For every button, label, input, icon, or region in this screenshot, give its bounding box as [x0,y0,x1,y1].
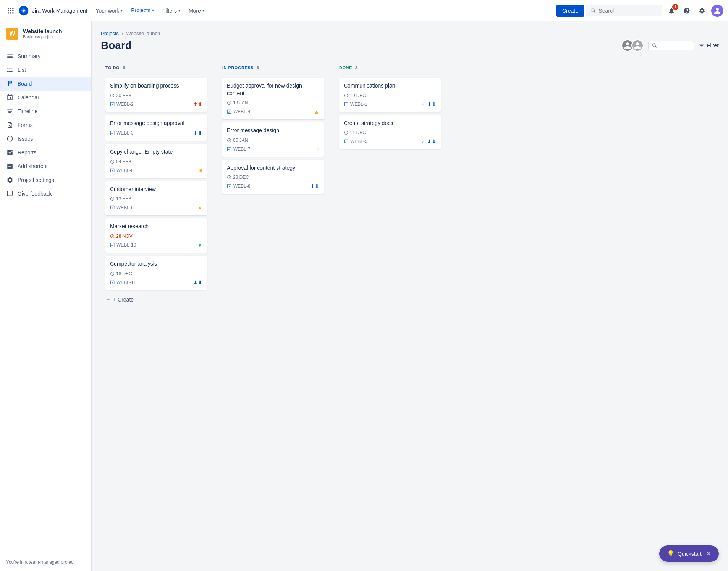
card-footer: ☑ WEBL-11 ⬇⬇ [110,279,202,286]
card-webl-8[interactable]: Approval for content strategy 23 DEC ☑ W… [222,160,324,194]
card-title: Budget approval for new design content [227,82,319,97]
check-icon: ☑ [110,130,115,136]
user-avatar[interactable] [711,5,723,17]
sidebar-item-forms[interactable]: Forms [0,118,91,132]
priority-medium-icon: ≡ [199,167,202,174]
calendar-icon [6,94,14,101]
search-input[interactable] [599,8,657,14]
card-webl-6[interactable]: Copy change: Empty state 04 FEB ☑ WEBL-6… [105,144,207,178]
sidebar-item-summary[interactable]: Summary [0,49,91,63]
create-issue-button[interactable]: ＋ + Create [105,293,207,306]
card-webl-10[interactable]: Market research 28 NOV ☑ WEBL-10 ▼ [105,218,207,253]
card-date: 20 FEB [110,93,202,98]
done-check-icon: ✓ [421,138,425,144]
user-avatar-2[interactable] [631,39,644,52]
help-icon [683,7,690,14]
card-footer: ☑ WEBL-4 ▲ [227,109,319,115]
priority-high-icon: ⬆⬆ [193,101,202,107]
nav-filters[interactable]: Filters ▾ [159,5,184,16]
card-footer: ☑ WEBL-2 ⬆⬆ [110,101,202,107]
card-webl-5[interactable]: Create strategy docs 11 DEC ☑ WEBL-5 ✓ ⬇… [339,115,441,149]
card-webl-7[interactable]: Error message design 05 JAN ☑ WEBL-7 ≡ [222,122,324,157]
sidebar-item-reports[interactable]: Reports [0,146,91,159]
filter-button[interactable]: Filter [699,42,719,49]
nav-your-work[interactable]: Your work ▾ [92,5,126,16]
card-webl-2[interactable]: Simplify on-boarding process 20 FEB ☑ WE… [105,78,207,112]
sidebar-item-issues[interactable]: Issues [0,132,91,146]
svg-rect-2 [12,8,13,9]
card-date: 13 FEB [110,196,202,201]
card-webl-3[interactable]: Error message design approval ☑ WEBL-3 ⬇… [105,115,207,141]
quickstart-button[interactable]: 💡 Quickstart ✕ [659,545,719,562]
search-box[interactable] [586,5,662,16]
check-icon: ☑ [110,101,115,107]
check-icon: ☑ [344,101,349,107]
sidebar-item-give-feedback[interactable]: Give feedback [0,187,91,201]
gear-icon [699,7,705,14]
help-button[interactable] [681,5,693,17]
sidebar-item-timeline[interactable]: Timeline [0,104,91,118]
breadcrumb-website-launch: Website launch [126,31,160,36]
nav-projects[interactable]: Projects ▾ [127,5,158,16]
breadcrumb-projects[interactable]: Projects [101,31,119,36]
svg-rect-7 [10,12,11,13]
sidebar-item-list[interactable]: List [0,63,91,77]
card-id: ☑ WEBL-11 [110,279,136,286]
card-title: Approval for content strategy [227,164,319,172]
avatar-group [621,39,644,52]
card-webl-9[interactable]: Customer interview 13 FEB ☑ WEBL-9 ▲ [105,181,207,216]
filter-icon [699,42,705,49]
reports-icon [6,149,14,156]
chevron-down-icon: ▾ [178,8,180,13]
logo[interactable]: Jira Work Management [18,5,87,16]
sidebar-item-project-settings[interactable]: Project settings [0,173,91,187]
board-columns: TO DO 6 Simplify on-boarding process 20 … [101,61,719,311]
sidebar-item-board[interactable]: Board [0,77,91,91]
chevron-down-icon: ▾ [121,8,123,13]
card-webl-11[interactable]: Competitor analysis 18 DEC ☑ WEBL-11 ⬇⬇ [105,256,207,290]
card-id: ☑ WEBL-1 [344,101,367,107]
sidebar: W Website launch Business project Summar… [0,21,92,571]
sidebar-item-calendar[interactable]: Calendar [0,91,91,104]
notifications-button[interactable]: 1 [665,5,678,17]
board-search[interactable] [648,41,694,50]
sidebar-item-add-shortcut[interactable]: Add shortcut [0,159,91,173]
settings-button[interactable] [696,5,708,17]
board-search-input[interactable] [659,43,690,49]
logo-text: Jira Work Management [32,8,87,14]
card-title: Customer interview [110,186,202,193]
column-todo-title: TO DO [105,65,120,70]
chevron-down-icon: ▾ [152,8,154,12]
card-webl-4[interactable]: Budget approval for new design content 1… [222,78,324,119]
card-id: ☑ WEBL-9 [110,204,134,211]
search-icon [652,43,657,48]
summary-icon [6,52,14,60]
quickstart-close-icon[interactable]: ✕ [706,550,711,557]
svg-rect-4 [10,10,11,11]
sidebar-navigation: Summary List Board Cale [0,46,91,553]
create-button[interactable]: Create [556,5,584,17]
card-date: 18 DEC [110,271,202,276]
svg-rect-5 [12,10,13,11]
card-id: ☑ WEBL-2 [110,101,134,107]
svg-rect-3 [8,10,9,11]
apps-grid-icon[interactable] [5,5,17,17]
page-header: Board [101,39,719,52]
card-date: 23 DEC [227,175,319,180]
svg-rect-6 [8,12,9,13]
clock-icon [110,234,115,238]
card-id: ☑ WEBL-6 [110,167,134,174]
card-id: ☑ WEBL-3 [110,130,134,136]
card-date: 19 JAN [227,100,319,105]
card-date: 11 DEC [344,130,436,135]
card-title: Market research [110,223,202,230]
card-webl-1[interactable]: Communications plan 10 DEC ☑ WEBL-1 ✓ ⬇⬇ [339,78,441,112]
clock-icon [227,138,231,143]
nav-more[interactable]: More ▾ [185,5,208,16]
check-icon: ☑ [227,109,232,115]
chevron-down-icon: ▾ [202,8,204,13]
notification-badge: 1 [672,4,678,10]
feedback-icon [6,190,14,198]
priority-lowest-icon: ⬇⬇ [193,279,202,286]
clock-icon [110,196,115,201]
